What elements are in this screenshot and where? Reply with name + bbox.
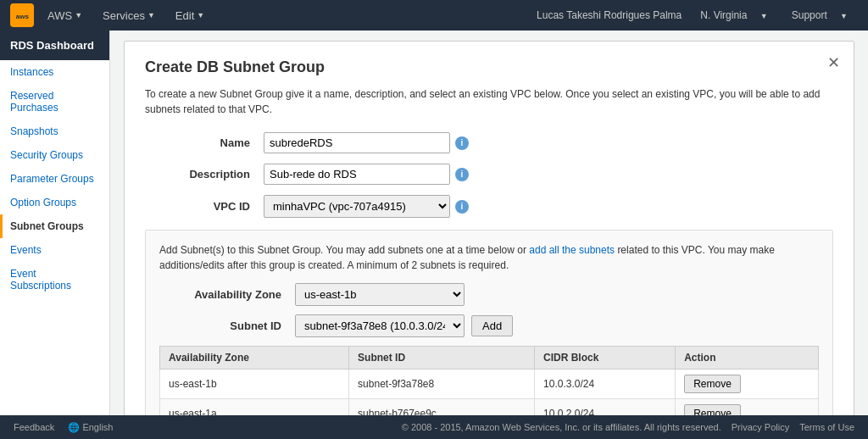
sidebar: RDS Dashboard Instances Reserved Purchas… — [0, 31, 110, 415]
name-info-icon[interactable]: i — [455, 136, 469, 150]
panel-close-button[interactable]: ✕ — [827, 53, 840, 72]
aws-logo: aws — [10, 3, 34, 27]
panel-description: To create a new Subnet Group give it a n… — [145, 86, 833, 117]
name-label: Name — [145, 136, 264, 149]
copyright-text: © 2008 - 2015, Amazon Web Services, Inc.… — [402, 422, 721, 432]
bottom-bar: Feedback 🌐 English © 2008 - 2015, Amazon… — [0, 415, 868, 439]
edit-caret-icon: ▼ — [197, 11, 204, 19]
nav-left: aws AWS ▼ Services ▼ Edit ▼ — [10, 3, 211, 27]
subnet-section-desc: Add Subnet(s) to this Subnet Group. You … — [159, 242, 819, 273]
top-navigation: aws AWS ▼ Services ▼ Edit ▼ Lucas Takesh… — [0, 0, 868, 31]
description-label: Description — [145, 168, 264, 181]
sidebar-item-instances[interactable]: Instances — [0, 60, 109, 84]
support-caret-icon: ▼ — [835, 12, 853, 20]
nav-right: Lucas Takeshi Rodrigues Palma N. Virgini… — [531, 9, 858, 21]
row1-az: us-east-1b — [160, 370, 349, 399]
row2-cidr: 10.0.2.0/24 — [535, 399, 676, 416]
description-row: Description i — [145, 164, 833, 185]
description-input[interactable] — [264, 164, 450, 185]
sidebar-item-event-subscriptions[interactable]: Event Subscriptions — [0, 262, 109, 297]
table-row: us-east-1a subnet-b767ee9c 10.0.2.0/24 R… — [160, 399, 819, 416]
main-content: Create DB Subnet Group ✕ To create a new… — [110, 31, 868, 415]
remove-subnet-2-button[interactable]: Remove — [684, 404, 741, 415]
sidebar-item-snapshots[interactable]: Snapshots — [0, 119, 109, 143]
description-info-icon[interactable]: i — [455, 168, 469, 181]
bottom-bar-right: © 2008 - 2015, Amazon Web Services, Inc.… — [402, 422, 854, 432]
name-row: Name i — [145, 132, 833, 153]
add-all-subnets-link[interactable]: add all the subnets — [529, 244, 615, 256]
aws-caret-icon: ▼ — [75, 11, 82, 19]
edit-menu-button[interactable]: Edit ▼ — [169, 6, 211, 25]
sidebar-item-parameter-groups[interactable]: Parameter Groups — [0, 167, 109, 191]
subnet-id-row: Subnet ID subnet-9f3a78e8 (10.0.3.0/24) … — [159, 314, 819, 337]
row2-action: Remove — [676, 399, 819, 416]
row2-subnet-id: subnet-b767ee9c — [349, 399, 535, 416]
privacy-policy-link[interactable]: Privacy Policy — [732, 422, 789, 432]
row1-subnet-id: subnet-9f3a78e8 — [349, 370, 535, 399]
sidebar-item-security-groups[interactable]: Security Groups — [0, 143, 109, 167]
main-layout: RDS Dashboard Instances Reserved Purchas… — [0, 31, 868, 415]
region-menu[interactable]: N. Virginia ▼ — [690, 9, 777, 21]
col-action: Action — [676, 347, 819, 370]
aws-menu-button[interactable]: AWS ▼ — [41, 6, 89, 25]
availability-zone-select[interactable]: us-east-1b — [295, 283, 465, 306]
row1-cidr: 10.0.3.0/24 — [535, 370, 676, 399]
vpc-id-row: VPC ID minhaVPC (vpc-707a4915) i — [145, 195, 833, 218]
col-availability-zone: Availability Zone — [160, 347, 349, 370]
vpc-id-info-icon[interactable]: i — [455, 200, 469, 214]
row1-action: Remove — [676, 370, 819, 399]
sidebar-item-subnet-groups[interactable]: Subnet Groups — [0, 214, 109, 238]
vpc-id-label: VPC ID — [145, 200, 264, 213]
support-menu[interactable]: Support ▼ — [782, 9, 858, 21]
table-row: us-east-1b subnet-9f3a78e8 10.0.3.0/24 R… — [160, 370, 819, 399]
sidebar-title: RDS Dashboard — [0, 31, 109, 60]
subnet-section: Add Subnet(s) to this Subnet Group. You … — [145, 230, 833, 415]
subnet-id-select[interactable]: subnet-9f3a78e8 (10.0.3.0/24) — [295, 314, 465, 337]
row2-az: us-east-1a — [160, 399, 349, 416]
availability-zone-row: Availability Zone us-east-1b — [159, 283, 819, 306]
terms-of-use-link[interactable]: Terms of Use — [799, 422, 854, 432]
add-subnet-button[interactable]: Add — [471, 315, 513, 336]
globe-icon: 🌐 — [68, 422, 80, 432]
svg-text:aws: aws — [16, 13, 30, 20]
col-subnet-id: Subnet ID — [349, 347, 535, 370]
vpc-id-select[interactable]: minhaVPC (vpc-707a4915) — [264, 195, 450, 218]
services-caret-icon: ▼ — [147, 11, 155, 19]
user-menu[interactable]: Lucas Takeshi Rodrigues Palma — [531, 9, 687, 21]
sidebar-item-events[interactable]: Events — [0, 238, 109, 262]
region-caret-icon: ▼ — [755, 12, 773, 20]
sidebar-item-reserved-purchases[interactable]: Reserved Purchases — [0, 84, 109, 119]
bottom-bar-left: Feedback 🌐 English — [14, 422, 113, 433]
col-cidr-block: CIDR Block — [535, 347, 676, 370]
subnet-table: Availability Zone Subnet ID CIDR Block A… — [159, 346, 819, 415]
remove-subnet-1-button[interactable]: Remove — [684, 375, 741, 393]
services-menu-button[interactable]: Services ▼ — [96, 6, 162, 25]
sidebar-item-option-groups[interactable]: Option Groups — [0, 191, 109, 214]
availability-zone-label: Availability Zone — [159, 288, 295, 301]
feedback-link[interactable]: Feedback — [14, 422, 54, 432]
create-subnet-panel: Create DB Subnet Group ✕ To create a new… — [124, 41, 854, 415]
subnet-id-label: Subnet ID — [159, 320, 295, 332]
language-selector[interactable]: 🌐 English — [68, 422, 113, 433]
panel-title: Create DB Subnet Group — [145, 58, 833, 76]
name-input[interactable] — [264, 132, 450, 153]
